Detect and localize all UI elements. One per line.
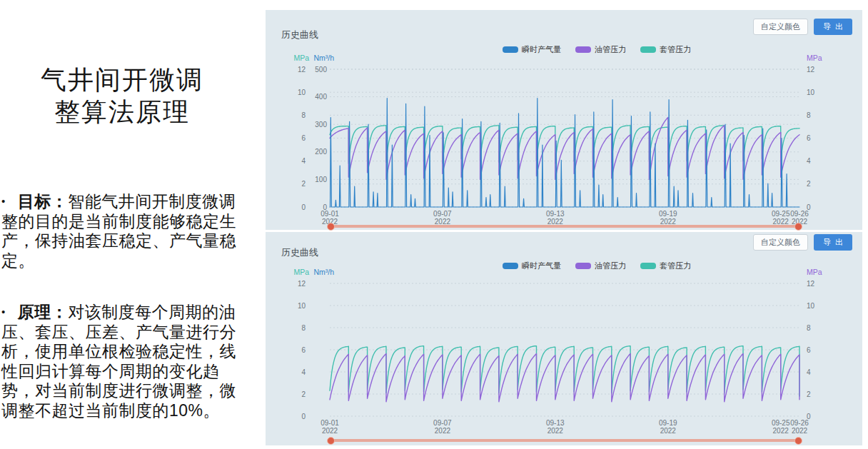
axis-tick-right-mpa: 2 [807, 390, 811, 398]
axis-tick-right-mpa: 12 [807, 66, 815, 74]
page-title: 气井间开微调 整算法原理 [0, 64, 244, 128]
legend-label: 油管压力 [595, 261, 626, 271]
history-chart-1: 1210864205004003002001000121086420MPaNm³… [266, 10, 862, 230]
slider-track[interactable] [331, 225, 798, 228]
axis-tick-left-mpa: 8 [301, 111, 306, 119]
x-axis-date: 09-07 [433, 210, 452, 218]
axis-tick-right-mpa: 12 [807, 280, 815, 288]
slider-handle-left[interactable] [327, 437, 335, 445]
axis-tick-right-mpa: 2 [807, 180, 811, 188]
legend-swatch [503, 46, 518, 53]
legend-item[interactable]: 套管压力 [640, 261, 691, 271]
custom-color-button[interactable]: 自定义颜色 [753, 234, 808, 251]
legend-swatch [640, 263, 656, 269]
principle-bullet: •原理：对该制度每个周期的油压、套压、压差、产气量进行分析，使用单位根检验稳定性… [1, 302, 240, 420]
legend-label: 套管压力 [660, 44, 691, 55]
legend-swatch [503, 263, 518, 269]
x-axis-date: 09-13 [546, 419, 565, 427]
axis-tick-left-mpa: 0 [301, 203, 306, 211]
x-axis-date: 09-19 [659, 419, 677, 427]
chart-legend: 瞬时产气量油管压力套管压力 [298, 44, 868, 55]
x-axis-date: 09-26 [790, 419, 809, 427]
slider-handle-left[interactable] [327, 223, 335, 231]
principle-label: 原理： [18, 303, 69, 321]
axis-tick-gas: 400 [315, 93, 327, 101]
bullet-dot: • [1, 191, 6, 211]
axis-tick-left-mpa: 6 [301, 134, 306, 142]
axis-tick-right-mpa: 6 [807, 134, 811, 142]
x-axis-year: 2022 [435, 427, 451, 435]
panel-title: 历史曲线 [281, 29, 318, 41]
axis-tick-left-mpa: 4 [301, 157, 306, 165]
export-button[interactable]: 导出 [814, 234, 852, 251]
legend-item[interactable]: 套管压力 [640, 44, 691, 55]
series-line-casing-pressure [330, 346, 799, 396]
legend-item[interactable]: 瞬时产气量 [503, 261, 561, 271]
x-axis-year: 2022 [547, 427, 564, 435]
legend-item[interactable]: 油管压力 [575, 261, 626, 271]
history-curve-panel-1: 历史曲线 自定义颜色 导出 瞬时产气量油管压力套管压力 121086420500… [266, 10, 862, 230]
x-axis-year: 2022 [322, 427, 338, 435]
axis-tick-gas: 500 [315, 66, 327, 74]
page-title-line1: 气井间开微调 [41, 66, 203, 94]
panel-toolbar: 自定义颜色 导出 [753, 234, 852, 251]
panel-toolbar: 自定义颜色 导出 [753, 19, 852, 35]
axis-tick-left-mpa: 10 [298, 89, 306, 96]
axis-tick-right-mpa: 10 [807, 89, 815, 96]
axis-tick-left-mpa: 0 [301, 413, 306, 420]
axis-tick-left-mpa: 8 [301, 324, 306, 332]
axis-tick-left-mpa: 2 [301, 180, 306, 188]
legend-swatch [575, 46, 591, 53]
x-axis-year: 2022 [660, 427, 677, 435]
axis-tick-right-mpa: 4 [807, 157, 811, 165]
axis-tick-gas: 300 [315, 121, 327, 128]
custom-color-button[interactable]: 自定义颜色 [753, 19, 808, 35]
slider-handle-right[interactable] [794, 437, 802, 445]
slider-handle-right[interactable] [794, 223, 802, 231]
x-axis-date: 09-19 [659, 210, 677, 218]
time-range-slider[interactable] [330, 437, 799, 445]
axis-tick-left-mpa: 10 [298, 302, 306, 310]
x-axis-date: 09-25 [772, 419, 790, 427]
axis-tick-right-mpa: 4 [807, 368, 811, 376]
legend-item[interactable]: 瞬时产气量 [503, 44, 561, 55]
axis-tick-right-mpa: 10 [807, 302, 815, 310]
bullet-dot: • [1, 302, 6, 322]
x-axis-date: 09-01 [321, 419, 339, 427]
axis-tick-right-mpa: 8 [807, 324, 811, 332]
time-range-slider[interactable] [330, 223, 799, 231]
axis-tick-left-mpa: 6 [301, 346, 306, 354]
page-title-line2: 整算法原理 [54, 98, 190, 126]
history-curve-panel-2: 历史曲线 自定义颜色 导出 瞬时产气量油管压力套管压力 121086420121… [266, 232, 862, 445]
axis-tick-left-mpa: 12 [298, 280, 306, 288]
x-axis-date: 09-25 [772, 210, 790, 218]
axis-tick-gas: 200 [315, 148, 327, 156]
x-axis-year: 2022 [773, 427, 789, 435]
axis-tick-left-mpa: 4 [301, 368, 306, 376]
axis-tick-left-mpa: 2 [301, 390, 306, 398]
slider-track[interactable] [331, 439, 798, 442]
axis-tick-gas: 100 [315, 176, 327, 183]
chart-legend: 瞬时产气量油管压力套管压力 [298, 261, 868, 271]
series-line-gas-rate [330, 99, 799, 208]
left-text-panel: 气井间开微调 整算法原理 •目标：智能气井间开制度微调整的目的是当前制度能够稳定… [0, 0, 258, 449]
panel-title: 历史曲线 [281, 246, 318, 259]
legend-swatch [640, 46, 656, 53]
x-axis-date: 09-26 [790, 210, 809, 218]
legend-label: 套管压力 [660, 261, 691, 271]
x-axis-date: 09-13 [546, 210, 565, 218]
legend-label: 油管压力 [595, 44, 626, 55]
legend-label: 瞬时产气量 [522, 261, 561, 271]
legend-label: 瞬时产气量 [522, 44, 561, 55]
axis-tick-right-mpa: 6 [807, 346, 811, 354]
x-axis-date: 09-07 [433, 419, 452, 427]
goal-label: 目标： [18, 192, 69, 211]
legend-swatch [575, 263, 591, 269]
x-axis-date: 09-01 [321, 210, 339, 218]
x-axis-year: 2022 [792, 427, 808, 435]
export-button[interactable]: 导出 [814, 19, 852, 35]
legend-item[interactable]: 油管压力 [575, 44, 626, 55]
goal-bullet: •目标：智能气井间开制度微调整的目的是当前制度能够稳定生产，保持油套压稳定、产气… [1, 191, 240, 271]
axis-tick-left-mpa: 12 [298, 66, 306, 74]
axis-tick-right-mpa: 8 [807, 111, 811, 119]
